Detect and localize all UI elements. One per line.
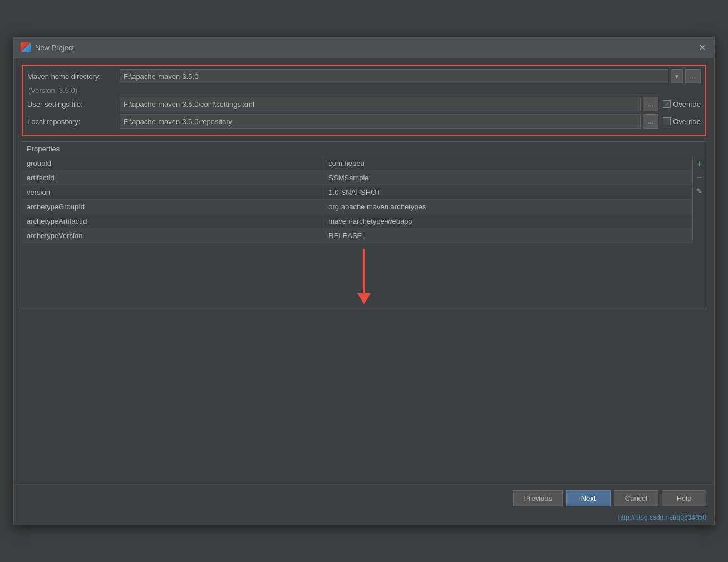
prop-key: archetypeVersion [22, 229, 324, 243]
prop-value: RELEASE [324, 229, 692, 243]
table-row: archetypeVersionRELEASE [22, 229, 692, 243]
user-settings-label: User settings file: [27, 100, 116, 109]
title-bar: New Project ✕ [14, 37, 714, 58]
user-settings-input[interactable] [120, 97, 641, 111]
previous-button[interactable]: Previous [513, 490, 563, 506]
user-settings-row: User settings file: … Override [27, 97, 701, 111]
properties-header: Properties [22, 142, 706, 156]
prop-key: artifactId [22, 171, 324, 185]
properties-table: groupIdcom.hebeuartifactIdSSMSampleversi… [22, 156, 692, 243]
table-row: archetypeArtifactIdmaven-archetype-webap… [22, 214, 692, 229]
maven-home-browse[interactable]: … [685, 69, 701, 83]
app-icon [21, 42, 31, 52]
properties-section: Properties groupIdcom.hebeuartifactIdSSM… [22, 141, 706, 310]
local-repo-label: Local repository: [27, 117, 116, 126]
maven-home-dropdown[interactable]: ▼ [671, 69, 683, 83]
title-bar-left: New Project [21, 42, 74, 52]
red-down-arrow [357, 249, 371, 304]
prop-value: com.hebeu [324, 156, 692, 171]
prop-value: org.apache.maven.archetypes [324, 200, 692, 214]
dialog-footer: Previous Next Cancel Help [14, 484, 714, 512]
next-button[interactable]: Next [566, 490, 611, 506]
maven-version-text: (Version: 3.5.0) [27, 86, 701, 95]
help-button[interactable]: Help [662, 490, 706, 506]
arrow-head [357, 293, 371, 304]
cancel-button[interactable]: Cancel [614, 490, 658, 506]
user-override-wrap: Override [663, 100, 701, 109]
dialog-content: Maven home directory: ▼ … (Version: 3.5.… [14, 58, 714, 484]
add-property-button[interactable]: + [694, 159, 705, 170]
prop-key: archetypeArtifactId [22, 214, 324, 229]
local-override-label: Override [673, 117, 701, 126]
arrow-line [363, 249, 365, 293]
prop-value: SSMSample [324, 171, 692, 185]
local-repo-input-wrap: … Override [120, 114, 701, 129]
user-settings-input-wrap: … Override [120, 97, 701, 111]
user-override-checkbox[interactable] [663, 100, 671, 108]
local-override-checkbox[interactable] [663, 117, 671, 125]
prop-key: archetypeGroupId [22, 200, 324, 214]
prop-value: maven-archetype-webapp [324, 214, 692, 229]
user-override-label: Override [673, 100, 701, 109]
maven-config-section: Maven home directory: ▼ … (Version: 3.5.… [22, 65, 706, 136]
table-row: archetypeGroupIdorg.apache.maven.archety… [22, 200, 692, 214]
empty-area [22, 310, 706, 477]
local-repo-browse[interactable]: … [643, 114, 658, 129]
remove-property-button[interactable]: − [694, 172, 705, 183]
maven-home-input-wrap: ▼ … [120, 69, 701, 83]
prop-key: version [22, 185, 324, 200]
edit-property-button[interactable]: ✎ [694, 185, 705, 196]
dialog-title: New Project [35, 43, 74, 52]
local-repo-input[interactable] [120, 114, 641, 129]
close-button[interactable]: ✕ [696, 42, 707, 53]
maven-home-input[interactable] [120, 69, 668, 83]
maven-home-row: Maven home directory: ▼ … [27, 69, 701, 83]
prop-key: groupId [22, 156, 324, 171]
properties-sidebar: + − ✎ [692, 156, 706, 243]
arrow-annotation [22, 243, 706, 310]
table-row: version1.0-SNAPSHOT [22, 185, 692, 200]
new-project-dialog: New Project ✕ Maven home directory: ▼ … … [13, 37, 715, 525]
table-row: artifactIdSSMSample [22, 171, 692, 185]
footer-url: http://blog.csdn.net/q0834850 [618, 514, 706, 521]
prop-value: 1.0-SNAPSHOT [324, 185, 692, 200]
user-settings-browse[interactable]: … [643, 97, 658, 111]
local-repo-row: Local repository: … Override [27, 114, 701, 129]
table-row: groupIdcom.hebeu [22, 156, 692, 171]
local-override-wrap: Override [663, 117, 701, 126]
maven-home-label: Maven home directory: [27, 72, 116, 81]
properties-body: groupIdcom.hebeuartifactIdSSMSampleversi… [22, 156, 706, 243]
